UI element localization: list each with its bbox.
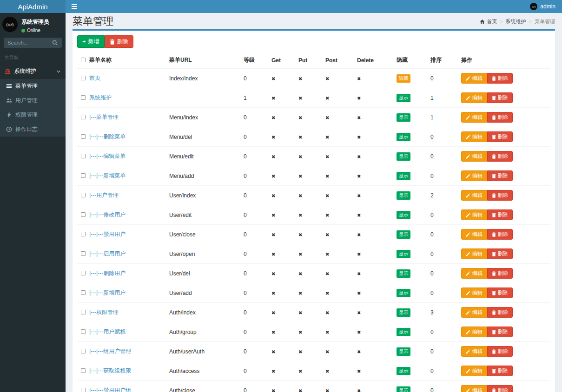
search-button[interactable] [48,38,62,48]
row-checkbox[interactable] [81,95,86,100]
row-checkbox[interactable] [81,329,86,334]
row-edit-button[interactable]: 编辑 [461,248,487,259]
menu-name-link[interactable]: 首页 [89,75,100,81]
row-checkbox[interactable] [81,251,86,256]
navbar-user-menu[interactable]: (api) admin [523,0,562,13]
row-checkbox[interactable] [81,154,86,158]
row-edit-button[interactable]: 编辑 [461,209,487,220]
menu-name-link[interactable]: |---|---禁用用户组 [89,387,131,392]
row-checkbox[interactable] [81,173,86,178]
trash-icon [492,76,496,81]
row-delete-button[interactable]: 删除 [487,151,513,162]
log-icon [6,126,12,132]
row-checkbox[interactable] [81,76,86,80]
menu-name-link[interactable]: |---|---启用用户 [89,250,126,257]
cross-icon: ✖ [357,232,361,237]
row-delete-button[interactable]: 删除 [487,131,513,142]
sort-cell: 0 [430,342,461,361]
row-checkbox[interactable] [81,134,86,139]
level-cell: 0 [244,381,271,392]
app-logo[interactable]: ApiAdmin [0,0,66,13]
bulk-delete-button[interactable]: 删除 [105,35,133,48]
row-delete-button[interactable]: 删除 [487,170,513,181]
row-checkbox[interactable] [81,212,86,217]
menu-name-link[interactable]: |---|---组用户管理 [89,348,131,354]
level-cell: 0 [244,264,271,283]
row-checkbox[interactable] [81,349,86,353]
sidebar-item-permission-management[interactable]: 权限管理 [0,108,66,122]
row-edit-button[interactable]: 编辑 [461,385,487,392]
row-edit-button[interactable]: 编辑 [461,112,487,123]
row-delete-button[interactable]: 删除 [487,327,513,337]
row-delete-button[interactable]: 删除 [487,346,513,357]
row-checkbox[interactable] [81,271,86,275]
row-checkbox[interactable] [81,290,86,295]
row-delete-button[interactable]: 删除 [487,366,513,376]
sidebar-item-system-maintenance[interactable]: 系统维护 [0,64,66,79]
row-delete-button[interactable]: 删除 [487,190,513,201]
menu-name-link[interactable]: |---|---禁用用户 [89,231,126,237]
row-checkbox[interactable] [81,310,86,314]
row-delete-button[interactable]: 删除 [487,209,513,220]
breadcrumb-section-link[interactable]: 系统维护 [506,18,526,25]
row-edit-button[interactable]: 编辑 [461,170,487,181]
row-edit-button[interactable]: 编辑 [461,190,487,201]
row-checkbox[interactable] [81,115,86,119]
row-edit-button[interactable]: 编辑 [461,229,487,240]
table-row: 首页 Index/index 0 ✖ ✖ ✖ ✖ 隐藏 0 编辑 删除 [77,68,550,88]
row-checkbox[interactable] [81,368,86,373]
menu-name-link[interactable]: |---菜单管理 [89,114,119,120]
row-delete-button[interactable]: 删除 [487,287,513,298]
menu-name-link[interactable]: |---|---修改用户 [89,211,126,218]
menu-name-link[interactable]: |---|---新增菜单 [89,172,126,179]
row-edit-button[interactable]: 编辑 [461,92,487,103]
sidebar-toggle-button[interactable] [66,0,83,13]
sidebar-item-operation-log[interactable]: 操作日志 [0,122,66,137]
search-input[interactable] [4,38,48,48]
row-delete-button[interactable]: 删除 [487,112,513,123]
menu-name-link[interactable]: 系统维护 [89,94,112,101]
row-delete-button[interactable]: 删除 [487,73,513,84]
row-edit-button[interactable]: 编辑 [461,73,487,84]
level-cell: 0 [244,225,271,244]
row-delete-button[interactable]: 删除 [487,307,513,318]
breadcrumb-home-link[interactable]: 首页 [480,18,497,25]
table-row: |---|---编辑菜单 Menu/edit 0 ✖ ✖ ✖ ✖ 显示 0 编辑… [77,147,550,166]
row-edit-button[interactable]: 编辑 [461,268,487,279]
search-icon [52,40,58,46]
menu-name-link[interactable]: |---权限管理 [89,309,119,315]
row-delete-button[interactable]: 删除 [487,92,513,103]
row-checkbox[interactable] [81,193,86,197]
cross-icon: ✖ [298,271,302,276]
visibility-badge: 显示 [397,172,410,180]
row-edit-button[interactable]: 编辑 [461,131,487,142]
select-all-checkbox[interactable] [81,58,86,62]
row-edit-button[interactable]: 编辑 [461,151,487,162]
menu-name-link[interactable]: |---|---用户赋权 [89,328,126,335]
menu-name-link[interactable]: |---|---删除用户 [89,270,126,276]
add-button[interactable]: + 新增 [77,35,105,48]
row-edit-button[interactable]: 编辑 [461,307,487,318]
row-delete-button[interactable]: 删除 [487,229,513,240]
row-edit-button[interactable]: 编辑 [461,346,487,357]
table-row: |---|---删除菜单 Menu/del 0 ✖ ✖ ✖ ✖ 显示 0 编辑 … [77,127,550,147]
menu-name-link[interactable]: |---|---编辑菜单 [89,153,126,159]
menu-name-link[interactable]: |---用户管理 [89,192,119,198]
menu-name-link[interactable]: |---|---删除菜单 [89,133,126,140]
sidebar-item-menu-management[interactable]: 菜单管理 [0,79,66,93]
column-header-hidden: 隐藏 [397,52,430,68]
menu-name-link[interactable]: |---|---新增用户 [89,289,126,296]
menu-name-link[interactable]: |---|---获取组权限 [89,367,131,374]
row-edit-button[interactable]: 编辑 [461,327,487,337]
sort-cell: 2 [430,186,461,205]
row-edit-button[interactable]: 编辑 [461,366,487,376]
row-delete-button[interactable]: 删除 [487,248,513,259]
row-checkbox[interactable] [81,232,86,236]
visibility-badge: 隐藏 [397,74,410,83]
cross-icon: ✖ [325,213,329,218]
row-delete-button[interactable]: 删除 [487,268,513,279]
row-checkbox[interactable] [81,388,86,392]
row-delete-button[interactable]: 删除 [487,385,513,392]
row-edit-button[interactable]: 编辑 [461,287,487,298]
sidebar-item-user-management[interactable]: 用户管理 [0,93,66,108]
